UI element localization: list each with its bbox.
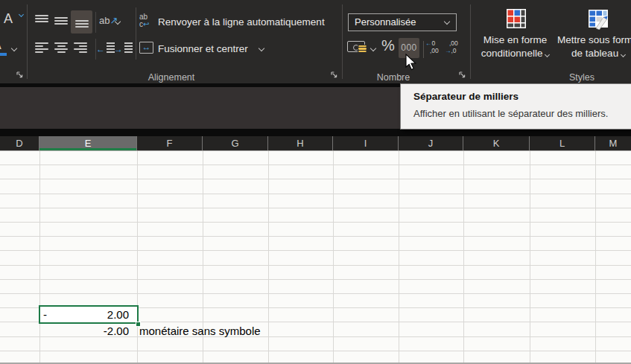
- column-headers: D E F G H I J K L M: [0, 136, 631, 151]
- increase-decimal-button[interactable]: ←0 ,00: [425, 39, 444, 59]
- conditional-formatting-button[interactable]: Mise en forme conditionnelle: [472, 6, 558, 64]
- group-divider: [342, 4, 343, 79]
- divider: [423, 41, 424, 58]
- align-top-button[interactable]: [35, 15, 48, 27]
- wrap-text-icon: ab c↩: [139, 13, 154, 31]
- divider: [136, 7, 136, 60]
- gridline: [268, 151, 269, 364]
- column-header-h[interactable]: H: [268, 136, 333, 150]
- decrease-decimal-button[interactable]: ,00 →,0: [445, 39, 463, 59]
- alignment-group-label: Alignement: [104, 72, 238, 83]
- cell-value: 2.00: [107, 308, 129, 321]
- tooltip-body: Afficher en utilisant le séparateur des …: [413, 108, 631, 119]
- font-color-dropdown-chevron-icon[interactable]: [11, 45, 17, 51]
- mouse-cursor-icon: [405, 54, 418, 72]
- font-color-button[interactable]: A: [0, 39, 9, 58]
- orientation-ab: ab: [99, 15, 110, 26]
- cell-dash: -: [43, 308, 47, 321]
- number-format-combobox[interactable]: Personnalisée: [348, 13, 457, 31]
- group-divider: [470, 4, 471, 79]
- chevron-down-icon: [621, 52, 626, 57]
- styles-group-label: Styles: [545, 72, 619, 83]
- indent-left-arrow-icon: ←: [96, 44, 105, 54]
- coins-icon: [358, 45, 367, 53]
- increase-indent-button[interactable]: →: [115, 42, 133, 55]
- wrap-text-button[interactable]: ab c↩ Renvoyer à la ligne automatiquemen…: [139, 13, 333, 31]
- format-as-table-icon: [587, 7, 609, 30]
- arrow-left-icon: ←: [425, 39, 432, 47]
- font-color-bar-icon: [0, 53, 7, 56]
- merge-center-icon: ↔: [139, 42, 153, 54]
- format-as-table-label-2: de tableau: [557, 48, 631, 59]
- format-as-table-button[interactable]: Mettre sous form de tableau: [557, 6, 631, 64]
- column-header-l[interactable]: L: [530, 136, 595, 150]
- divider: [95, 12, 96, 33]
- align-bottom-icon: [75, 16, 89, 28]
- selected-cell-e[interactable]: - 2.00: [39, 305, 139, 324]
- align-center-button[interactable]: [54, 41, 68, 54]
- align-left-button[interactable]: [35, 41, 48, 54]
- gridline: [333, 151, 334, 364]
- percent-style-button[interactable]: %: [381, 37, 395, 54]
- align-middle-button[interactable]: [54, 15, 68, 27]
- cell-value-below[interactable]: -2.00: [39, 325, 129, 337]
- number-dialog-launcher-icon[interactable]: [458, 71, 467, 80]
- conditional-formatting-label-2: conditionnelle: [472, 48, 558, 59]
- shrink-font-button[interactable]: A: [4, 11, 23, 31]
- font-color-letter: A: [0, 39, 1, 52]
- merge-arrows-icon: ↔: [142, 42, 151, 52]
- gridline: [137, 151, 138, 364]
- column-header-e-selected[interactable]: E: [39, 136, 137, 150]
- column-header-i[interactable]: I: [333, 136, 399, 150]
- column-header-f[interactable]: F: [137, 136, 203, 150]
- gridline: [530, 151, 530, 364]
- chevron-down-icon: [19, 12, 24, 17]
- indent-right-arrow-icon: →: [114, 44, 123, 54]
- column-header-m[interactable]: M: [595, 136, 631, 150]
- decrease-indent-button[interactable]: ←: [97, 42, 115, 55]
- font-size-letter: A: [4, 11, 13, 26]
- tooltip-title: Séparateur de milliers: [413, 91, 631, 102]
- sheet-top-edge: [0, 129, 631, 136]
- group-divider: [27, 4, 28, 79]
- merge-center-label: Fusionner et centrer: [158, 43, 248, 54]
- wrap-text-label: Renvoyer à la ligne automatiquement: [158, 16, 325, 28]
- align-right-button[interactable]: [74, 41, 87, 54]
- gridline: [595, 151, 596, 364]
- gridline: [463, 151, 464, 364]
- column-header-d[interactable]: D: [0, 136, 39, 150]
- wrap-return-arrow-icon: ↩: [143, 20, 149, 28]
- combobox-chevron-icon: [444, 19, 450, 25]
- conditional-formatting-label-1: Mise en forme: [472, 34, 558, 45]
- column-header-k[interactable]: K: [463, 136, 530, 150]
- tooltip-thousands-separator: Séparateur de milliers Afficher en utili…: [400, 83, 631, 130]
- cell-note[interactable]: monétaire sans symbole: [139, 325, 261, 337]
- merge-center-button[interactable]: ↔ Fusionner et centrer: [139, 41, 273, 59]
- excel-window: A A ab↗ ← →: [0, 0, 631, 364]
- column-header-g[interactable]: G: [203, 136, 268, 150]
- number-group-label: Nombre: [349, 72, 438, 83]
- column-header-j[interactable]: J: [399, 136, 463, 150]
- format-as-table-label-1: Mettre sous form: [557, 34, 631, 45]
- ribbon: A A ab↗ ← →: [0, 0, 631, 83]
- arrow-right-icon: →: [445, 47, 451, 54]
- alignment-dialog-launcher-icon[interactable]: [330, 71, 339, 80]
- gridline: [399, 151, 399, 364]
- indent-bars-icon: [124, 42, 133, 53]
- conditional-formatting-icon: [505, 7, 527, 30]
- number-format-value: Personnalisée: [355, 16, 416, 28]
- font-dialog-launcher-icon[interactable]: [16, 71, 25, 80]
- chevron-down-icon: [545, 52, 550, 57]
